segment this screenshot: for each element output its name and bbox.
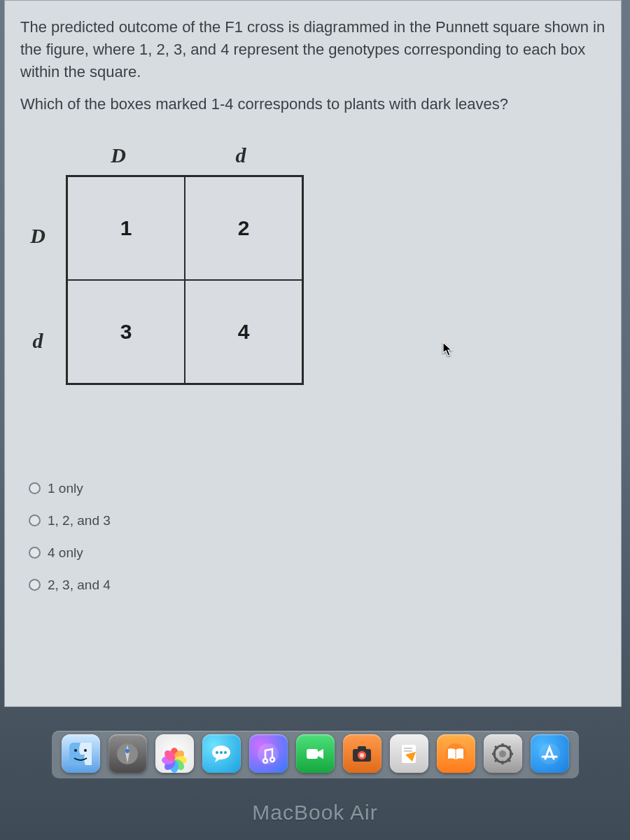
svg-point-29 (499, 750, 506, 757)
radio-icon (29, 514, 41, 526)
option-1[interactable]: 1 only (26, 472, 606, 505)
svg-point-1 (74, 749, 77, 752)
svg-point-2 (84, 749, 87, 752)
svg-rect-12 (358, 746, 366, 750)
pages-icon[interactable] (390, 734, 428, 773)
option-label: 4 only (48, 545, 83, 561)
question-prompt: The predicted outcome of the F1 cross is… (20, 16, 606, 115)
punnett-cell-2: 2 (185, 176, 302, 280)
radio-icon (29, 482, 41, 494)
punnett-cell-1: 1 (67, 176, 185, 280)
dock (0, 731, 630, 778)
punnett-cell-4: 4 (185, 280, 302, 384)
svg-point-14 (360, 753, 364, 757)
punnett-col-label-1: D (104, 144, 132, 167)
punnett-grid: 1 2 3 4 (66, 175, 304, 385)
option-label: 1, 2, and 3 (48, 513, 111, 528)
punnett-square: D d D d 1 2 3 4 (27, 144, 321, 396)
punnett-col-label-2: d (227, 144, 255, 167)
radio-icon (29, 547, 41, 559)
punnett-row-label-1: D (27, 224, 48, 248)
svg-point-8 (224, 751, 227, 754)
option-label: 1 only (48, 481, 83, 496)
photos-icon[interactable] (155, 734, 194, 773)
svg-point-4 (125, 749, 130, 753)
radio-icon (29, 579, 41, 591)
punnett-cell-3: 3 (67, 280, 185, 384)
svg-point-6 (216, 751, 218, 754)
ibooks-icon[interactable] (437, 734, 475, 773)
prompt-paragraph-1: The predicted outcome of the F1 cross is… (20, 16, 606, 83)
prompt-paragraph-2: Which of the boxes marked 1-4 correspond… (20, 93, 606, 115)
finder-icon[interactable] (62, 734, 100, 773)
option-2[interactable]: 1, 2, and 3 (26, 505, 606, 537)
option-3[interactable]: 4 only (26, 537, 606, 569)
svg-point-7 (220, 751, 223, 754)
appstore-icon[interactable] (531, 734, 569, 773)
quiz-card: The predicted outcome of the F1 cross is… (4, 0, 622, 707)
option-4[interactable]: 2, 3, and 4 (26, 569, 606, 601)
answer-options: 1 only 1, 2, and 3 4 only 2, 3, and 4 (26, 472, 606, 601)
itunes-icon[interactable] (249, 734, 288, 773)
photobooth-icon[interactable] (343, 734, 382, 773)
messages-icon[interactable] (202, 734, 241, 773)
option-label: 2, 3, and 4 (48, 578, 111, 593)
facetime-icon[interactable] (296, 734, 335, 773)
svg-rect-10 (307, 749, 318, 759)
device-branding: MacBook Air (0, 801, 630, 825)
settings-icon[interactable] (484, 734, 522, 773)
punnett-row-label-2: d (27, 329, 48, 353)
launchpad-icon[interactable] (108, 734, 147, 773)
